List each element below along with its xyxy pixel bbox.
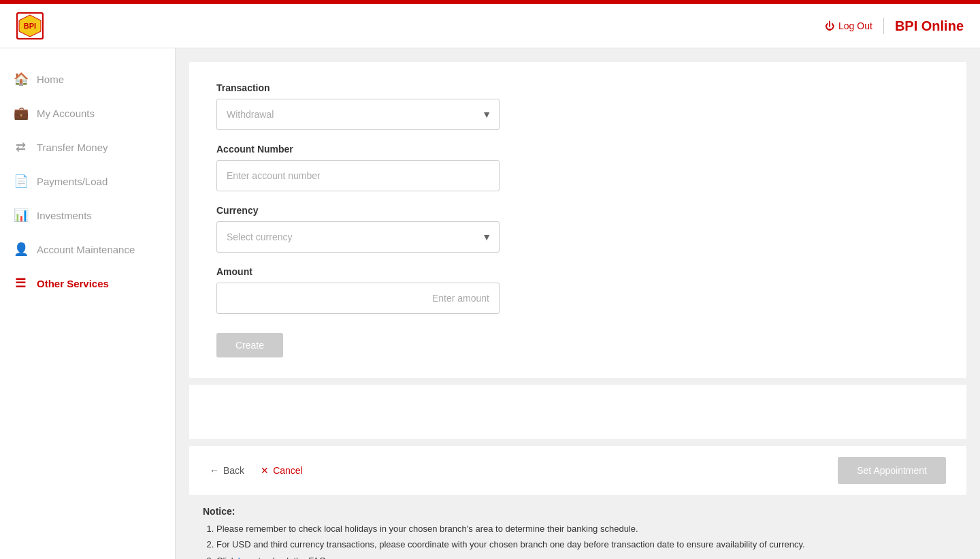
header-right: ⏻ Log Out BPI Online <box>825 18 964 34</box>
notice-item-2: For USD and third currency transactions,… <box>216 537 953 552</box>
header-divider <box>883 18 884 34</box>
amount-label: Amount <box>216 266 939 277</box>
account-number-input[interactable] <box>216 160 500 191</box>
cancel-label: Cancel <box>273 465 303 476</box>
transaction-label: Transaction <box>216 82 939 93</box>
logout-label: Log Out <box>838 20 872 31</box>
notice-here-link[interactable]: here <box>238 556 256 559</box>
main-content: Transaction Withdrawal ▼ Account Number … <box>176 48 980 559</box>
investments-icon: 📊 <box>14 208 27 223</box>
action-left: ← Back ✕ Cancel <box>210 465 303 476</box>
amount-group: Amount <box>216 266 939 314</box>
currency-label: Currency <box>216 205 939 216</box>
notice-title: Notice: <box>203 506 235 517</box>
spacer-card <box>189 385 966 439</box>
sidebar-label-payments-load: Payments/Load <box>37 176 108 187</box>
notice-item-1: Please remember to check local holidays … <box>216 521 953 537</box>
logo-container: BPI <box>16 12 44 39</box>
currency-select[interactable]: Select currency PHP USD <box>216 221 500 253</box>
account-number-group: Account Number <box>216 144 939 191</box>
bpi-logo-icon: BPI <box>16 12 44 39</box>
cancel-x-icon: ✕ <box>261 465 269 476</box>
sidebar-label-account-maintenance: Account Maintenance <box>37 244 135 255</box>
amount-input[interactable] <box>216 283 500 314</box>
other-services-icon: ☰ <box>14 276 27 291</box>
currency-select-wrapper: Select currency PHP USD ▼ <box>216 221 500 253</box>
action-card: ← Back ✕ Cancel Set Appointment <box>189 446 966 495</box>
svg-text:BPI: BPI <box>24 22 36 30</box>
sidebar-item-account-maintenance[interactable]: 👤 Account Maintenance <box>0 232 175 266</box>
sidebar: 🏠 Home 💼 My Accounts ⇄ Transfer Money 📄 … <box>0 48 176 559</box>
transaction-select-wrapper: Withdrawal ▼ <box>216 99 500 130</box>
transaction-select[interactable]: Withdrawal <box>216 99 500 130</box>
account-maintenance-icon: 👤 <box>14 242 27 257</box>
home-icon: 🏠 <box>14 71 27 86</box>
back-label: Back <box>223 465 244 476</box>
header: BPI ⏻ Log Out BPI Online <box>0 4 980 48</box>
form-card: Transaction Withdrawal ▼ Account Number … <box>189 62 966 378</box>
back-arrow-icon: ← <box>210 465 219 476</box>
sidebar-item-investments[interactable]: 📊 Investments <box>0 198 175 232</box>
accounts-icon: 💼 <box>14 106 27 121</box>
sidebar-label-other-services: Other Services <box>37 278 109 289</box>
sidebar-label-transfer-money: Transfer Money <box>37 142 108 153</box>
logout-button[interactable]: ⏻ Log Out <box>825 20 872 31</box>
sidebar-item-payments-load[interactable]: 📄 Payments/Load <box>0 164 175 198</box>
sidebar-item-home[interactable]: 🏠 Home <box>0 62 175 96</box>
back-button[interactable]: ← Back <box>210 465 244 476</box>
transaction-group: Transaction Withdrawal ▼ <box>216 82 939 130</box>
sidebar-item-my-accounts[interactable]: 💼 My Accounts <box>0 96 175 130</box>
bpi-online-label: BPI Online <box>895 18 964 34</box>
create-button[interactable]: Create <box>216 333 283 357</box>
currency-group: Currency Select currency PHP USD ▼ <box>216 205 939 253</box>
notice-item-3: Click here to check the FAQs page. <box>216 553 953 559</box>
notice-section: Notice: Please remember to check local h… <box>189 495 966 559</box>
sidebar-label-investments: Investments <box>37 210 92 221</box>
notice-list: Please remember to check local holidays … <box>216 521 953 559</box>
main-layout: 🏠 Home 💼 My Accounts ⇄ Transfer Money 📄 … <box>0 48 980 559</box>
sidebar-label-my-accounts: My Accounts <box>37 108 95 119</box>
payments-icon: 📄 <box>14 174 27 189</box>
sidebar-label-home: Home <box>37 74 64 85</box>
cancel-button[interactable]: ✕ Cancel <box>261 465 303 476</box>
sidebar-item-transfer-money[interactable]: ⇄ Transfer Money <box>0 130 175 164</box>
sidebar-item-other-services[interactable]: ☰ Other Services <box>0 266 175 300</box>
power-icon: ⏻ <box>825 20 834 31</box>
account-number-label: Account Number <box>216 144 939 155</box>
transfer-icon: ⇄ <box>14 140 27 155</box>
set-appointment-button[interactable]: Set Appointment <box>838 457 946 484</box>
